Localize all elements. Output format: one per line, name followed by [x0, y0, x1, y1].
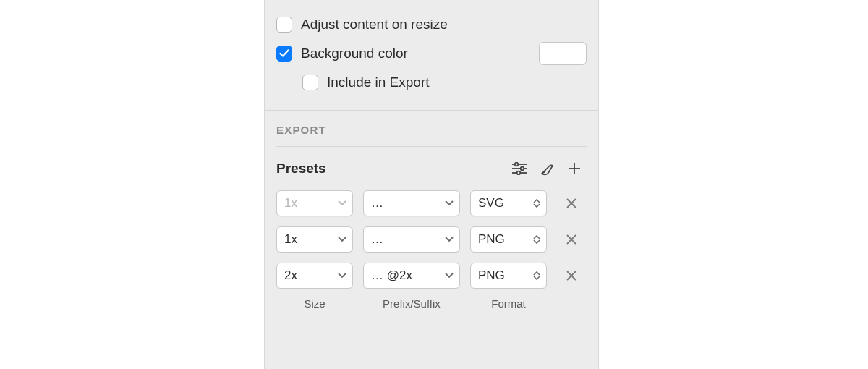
preset-row: 1x … PNG: [276, 226, 587, 253]
sliders-icon: [511, 162, 527, 175]
knife-icon: [539, 161, 555, 177]
format-value: SVG: [478, 196, 504, 211]
size-value: 1x: [284, 196, 297, 211]
preset-column-labels: Size Prefix/Suffix Format .: [276, 297, 587, 310]
size-select[interactable]: 2x: [276, 263, 353, 289]
chevron-down-icon: [445, 200, 454, 206]
size-select[interactable]: 1x: [276, 190, 353, 216]
background-color-checkbox[interactable]: [276, 46, 292, 62]
remove-preset-button[interactable]: [557, 263, 586, 289]
presets-title: Presets: [276, 161, 504, 177]
export-header: EXPORT: [276, 124, 587, 147]
size-column-label: Size: [276, 297, 353, 310]
check-icon: [279, 49, 289, 58]
export-section: EXPORT Presets: [265, 111, 598, 315]
background-color-row: Background color: [276, 39, 587, 68]
svg-point-4: [521, 167, 524, 171]
prefix-value: … @2x: [371, 268, 412, 283]
chevron-down-icon: [338, 237, 346, 242]
size-value: 1x: [284, 232, 297, 247]
format-select[interactable]: SVG: [470, 190, 547, 216]
format-select[interactable]: PNG: [470, 263, 547, 289]
adjust-content-row: Adjust content on resize: [276, 10, 587, 39]
close-icon: [566, 270, 577, 281]
include-export-label: Include in Export: [327, 75, 587, 90]
prefix-value: …: [371, 196, 383, 211]
inspector-panel: Adjust content on resize Background colo…: [264, 0, 599, 369]
preset-row: 2x … @2x PNG: [276, 263, 587, 289]
presets-settings-button[interactable]: [507, 158, 532, 179]
presets-knife-button[interactable]: [535, 158, 559, 179]
prefix-column-label: Prefix/Suffix: [363, 297, 460, 310]
add-preset-button[interactable]: [562, 158, 587, 179]
plus-icon: [567, 161, 582, 176]
presets-header-row: Presets: [276, 158, 587, 179]
format-column-label: Format: [470, 297, 547, 310]
svg-point-3: [515, 163, 519, 166]
chevron-down-icon: [445, 237, 454, 242]
include-export-row: Include in Export: [276, 68, 587, 97]
chevron-down-icon: [338, 200, 346, 206]
format-select[interactable]: PNG: [470, 226, 547, 253]
remove-preset-button[interactable]: [557, 190, 586, 216]
adjust-content-label: Adjust content on resize: [301, 17, 587, 33]
include-export-checkbox[interactable]: [302, 75, 318, 90]
size-value: 2x: [284, 268, 297, 283]
artboard-options: Adjust content on resize Background colo…: [265, 0, 598, 111]
format-value: PNG: [478, 232, 505, 247]
remove-preset-button[interactable]: [557, 226, 586, 253]
size-select[interactable]: 1x: [276, 226, 353, 253]
adjust-content-checkbox[interactable]: [276, 17, 292, 33]
format-value: PNG: [478, 268, 505, 283]
prefix-select[interactable]: …: [363, 226, 460, 253]
close-icon: [566, 234, 577, 245]
prefix-select[interactable]: …: [363, 190, 460, 216]
svg-point-5: [517, 171, 521, 175]
background-color-swatch[interactable]: [539, 42, 587, 65]
close-icon: [566, 198, 577, 209]
stepper-icon: [533, 271, 540, 280]
prefix-select[interactable]: … @2x: [363, 263, 460, 289]
preset-row: 1x … SVG: [276, 190, 587, 216]
background-color-label: Background color: [301, 46, 539, 62]
chevron-down-icon: [445, 273, 454, 279]
stepper-icon: [533, 235, 540, 244]
chevron-down-icon: [338, 273, 346, 279]
stepper-icon: [533, 199, 540, 208]
prefix-value: …: [371, 232, 383, 247]
